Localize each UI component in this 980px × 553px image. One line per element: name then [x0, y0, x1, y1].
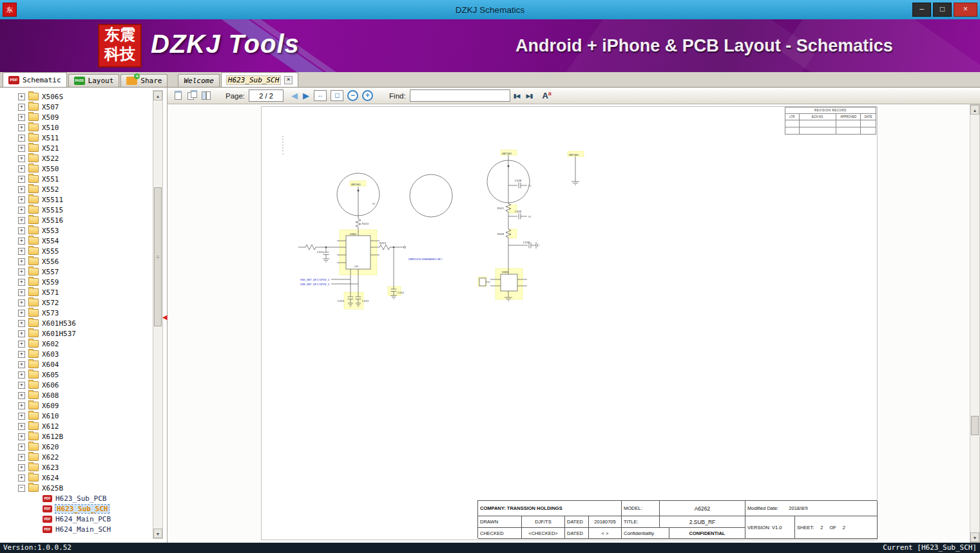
zoom-in-button[interactable]: +	[362, 90, 373, 101]
tree-folder-X556[interactable]: +X556	[0, 256, 151, 267]
tree-folder-X606[interactable]: +X606	[0, 380, 151, 390]
splitter-collapse-arrow[interactable]: ◀	[162, 314, 168, 321]
tree-folder-X557[interactable]: +X557	[0, 267, 151, 277]
expand-toggle-icon[interactable]: +	[18, 382, 25, 389]
expand-toggle-icon[interactable]: +	[18, 454, 25, 461]
tree-folder-X604[interactable]: +X604	[0, 359, 151, 370]
scroll-up-icon[interactable]: ▲	[153, 91, 162, 100]
next-page-button[interactable]: ▶	[303, 91, 309, 100]
expand-toggle-icon[interactable]: +	[18, 217, 25, 224]
expand-toggle-icon[interactable]: +	[18, 93, 25, 100]
tab-schematic[interactable]: PDFSchematic	[3, 72, 67, 87]
single-page-view-icon[interactable]	[173, 90, 184, 101]
tree-folder-X511[interactable]: +X511	[0, 133, 151, 143]
tree-file-H623_Sub_SCH[interactable]: PDFH623_Sub_SCH	[0, 503, 151, 514]
tree-folder-X551[interactable]: +X551	[0, 174, 151, 184]
expand-toggle-icon[interactable]: +	[18, 176, 25, 183]
tree-folder-X623[interactable]: +X623	[0, 462, 151, 473]
tree-folder-X510[interactable]: +X510	[0, 122, 151, 133]
doc-tab-h623_sub_sch[interactable]: H623_Sub_SCH×	[221, 72, 298, 87]
find-input[interactable]	[410, 89, 510, 102]
tree-folder-X5516[interactable]: +X5516	[0, 215, 151, 225]
expand-toggle-icon[interactable]: +	[18, 248, 25, 255]
expand-toggle-icon[interactable]: +	[18, 227, 25, 234]
expand-toggle-icon[interactable]: −	[18, 485, 25, 492]
tree-folder-X571[interactable]: +X571	[0, 287, 151, 297]
expand-toggle-icon[interactable]: +	[18, 320, 25, 327]
tree-scrollbar-thumb[interactable]: ≡	[154, 187, 162, 326]
expand-toggle-icon[interactable]: +	[18, 104, 25, 111]
tree-folder-X521[interactable]: +X521	[0, 143, 151, 153]
expand-toggle-icon[interactable]: +	[18, 207, 25, 214]
facing-pages-view-icon[interactable]	[201, 90, 212, 101]
scroll-down-icon[interactable]: ▼	[153, 529, 162, 538]
tree-folder-X5515[interactable]: +X5515	[0, 205, 151, 215]
continuous-view-icon[interactable]	[187, 90, 198, 101]
fit-width-button[interactable]: ↔	[314, 90, 327, 101]
tree-folder-X602[interactable]: +X602	[0, 339, 151, 349]
vertical-scrollbar-thumb[interactable]	[971, 416, 979, 435]
expand-toggle-icon[interactable]: +	[18, 114, 25, 121]
zoom-out-button[interactable]: −	[347, 90, 358, 101]
expand-toggle-icon[interactable]: +	[18, 361, 25, 368]
doc-tab-welcome[interactable]: Welcome	[178, 74, 219, 87]
tree-file-H623_Sub_PCB[interactable]: PDFH623_Sub_PCB	[0, 493, 151, 503]
tab-layout[interactable]: PADSLayout	[68, 74, 120, 87]
expand-toggle-icon[interactable]: +	[18, 444, 25, 451]
tree-folder-X506S[interactable]: +X506S	[0, 91, 151, 102]
expand-toggle-icon[interactable]: +	[18, 433, 25, 440]
expand-toggle-icon[interactable]: +	[18, 186, 25, 193]
tree-folder-X573[interactable]: +X573	[0, 308, 151, 318]
tree-folder-X608[interactable]: +X608	[0, 390, 151, 400]
tree-folder-X553[interactable]: +X553	[0, 225, 151, 236]
find-previous-icon[interactable]: ▮◀	[514, 93, 520, 99]
expand-toggle-icon[interactable]: +	[18, 330, 25, 337]
tree-folder-X554[interactable]: +X554	[0, 236, 151, 246]
expand-toggle-icon[interactable]: +	[18, 392, 25, 399]
expand-toggle-icon[interactable]: +	[18, 402, 25, 409]
tab-share[interactable]: +Share	[120, 74, 168, 87]
tree-folder-X559[interactable]: +X559	[0, 277, 151, 287]
close-button[interactable]: ×	[954, 3, 977, 17]
vertical-scrollbar[interactable]: ▲ ▼	[970, 104, 980, 543]
expand-toggle-icon[interactable]: +	[18, 289, 25, 296]
scroll-down-icon[interactable]: ▼	[970, 532, 979, 542]
expand-toggle-icon[interactable]: +	[18, 474, 25, 482]
page-input[interactable]	[249, 89, 283, 102]
expand-toggle-icon[interactable]: +	[18, 310, 25, 317]
expand-toggle-icon[interactable]: +	[18, 341, 25, 348]
expand-toggle-icon[interactable]: +	[18, 299, 25, 306]
tree-folder-X612[interactable]: +X612	[0, 421, 151, 431]
tree-folder-X550[interactable]: +X550	[0, 164, 151, 174]
tree-folder-X552[interactable]: +X552	[0, 184, 151, 194]
expand-toggle-icon[interactable]: +	[18, 145, 25, 152]
close-tab-icon[interactable]: ×	[284, 76, 293, 84]
expand-toggle-icon[interactable]: +	[18, 413, 25, 420]
tree-scrollbar[interactable]: ▲ ≡ ▼	[153, 90, 163, 539]
expand-toggle-icon[interactable]: +	[18, 423, 25, 430]
previous-page-button[interactable]: ◀	[291, 91, 298, 100]
tree-folder-X555[interactable]: +X555	[0, 246, 151, 256]
tree-folder-X622[interactable]: +X622	[0, 452, 151, 462]
tree-folder-X625B[interactable]: −X625B	[0, 483, 151, 493]
expand-toggle-icon[interactable]: +	[18, 464, 25, 471]
expand-toggle-icon[interactable]: +	[18, 155, 25, 162]
tree-folder-X609[interactable]: +X609	[0, 400, 151, 411]
tree-folder-X507[interactable]: +X507	[0, 102, 151, 112]
expand-toggle-icon[interactable]: +	[18, 279, 25, 286]
expand-toggle-icon[interactable]: +	[18, 238, 25, 245]
expand-toggle-icon[interactable]: +	[18, 135, 25, 142]
fit-page-button[interactable]: ◻	[331, 90, 343, 101]
document-viewport[interactable]: ANT301 R313 NC U302 GND C311 R314 C312 G…	[168, 104, 980, 543]
tree-file-H624_Main_PCB[interactable]: PDFH624_Main_PCB	[0, 514, 151, 524]
tree-folder-X624[interactable]: +X624	[0, 473, 151, 483]
find-next-icon[interactable]: ▶▮	[526, 93, 533, 99]
font-size-icon[interactable]: Aa	[542, 90, 551, 100]
expand-toggle-icon[interactable]: +	[18, 351, 25, 358]
tree-folder-X509[interactable]: +X509	[0, 112, 151, 122]
expand-toggle-icon[interactable]: +	[18, 196, 25, 203]
tree-folder-X601H536[interactable]: +X601H536	[0, 318, 151, 328]
tree-folder-X601H537[interactable]: +X601H537	[0, 328, 151, 339]
tree-folder-X603[interactable]: +X603	[0, 349, 151, 359]
expand-toggle-icon[interactable]: +	[18, 165, 25, 173]
